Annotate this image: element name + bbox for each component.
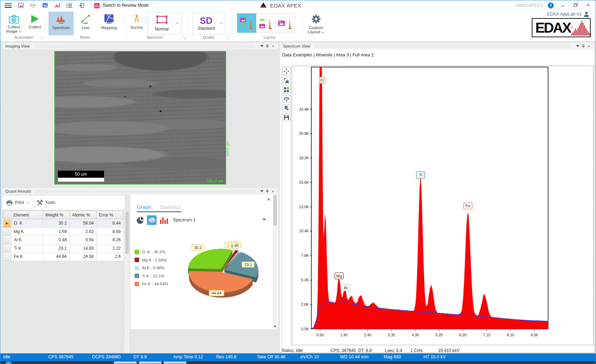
table-row[interactable]: ▶O K30.258.048.44 xyxy=(4,219,124,228)
pin-icon[interactable] xyxy=(264,44,270,49)
close-icon[interactable]: × xyxy=(267,196,270,202)
close-icon[interactable]: × xyxy=(270,44,276,49)
taskbar-button[interactable] xyxy=(164,362,186,364)
expand-arrows-icon xyxy=(284,68,289,74)
survey-button[interactable]: Survey xyxy=(128,12,145,34)
spectrum-status-item: DT: 8.9 xyxy=(358,348,372,353)
review-image-icon[interactable] xyxy=(42,2,48,9)
spectrum-dialog-launcher-icon[interactable] xyxy=(182,36,186,39)
tab-statistics[interactable]: Statistics xyxy=(160,204,181,210)
status-bar-item: Amp Time 0.12 xyxy=(173,354,203,359)
about-apex-link[interactable]: About APEX i xyxy=(516,2,543,8)
taskbar-button[interactable] xyxy=(139,362,162,364)
main-menu-icon[interactable] xyxy=(5,3,12,8)
imaging-view-header[interactable]: Imaging View × xyxy=(2,43,278,49)
table-row[interactable]: Fe K44.6424.582.6 xyxy=(4,253,124,261)
legend-label: Ti K - 23.1% xyxy=(142,274,164,278)
element-peak-label: Mg xyxy=(335,273,343,279)
exit-icon[interactable] xyxy=(78,2,84,9)
taskbar-button[interactable] xyxy=(114,362,137,364)
save-button[interactable] xyxy=(283,114,290,121)
graph-scrollbar[interactable] xyxy=(273,194,277,329)
bar-chart-icon-button[interactable] xyxy=(159,215,168,225)
quality-selector[interactable]: SD Standard xyxy=(192,12,225,34)
switch-to-review-mode-button[interactable]: Switch to Review Mode xyxy=(94,2,149,9)
pie-3d-icon xyxy=(148,216,156,225)
table-row[interactable]: Al K0.480.548.26 xyxy=(4,236,124,244)
spectrum-chart-container[interactable]: 0.0K2.6K5.2K7.8K10.4K13.0K15.6K18.2K20.8… xyxy=(292,66,594,345)
close-button[interactable]: × xyxy=(584,2,592,9)
spectrum-status-item: CPS: 367645 xyxy=(330,348,356,353)
panel-menu-icon[interactable] xyxy=(575,44,580,49)
layout-preset-2[interactable] xyxy=(256,13,275,33)
export-button[interactable] xyxy=(283,104,290,112)
custom-layout-button[interactable]: CustomLayout xyxy=(305,12,327,35)
minimize-button[interactable] xyxy=(559,3,567,8)
user-account[interactable]: EDAX AppLab #1 xyxy=(547,11,589,17)
apex-logo-icon xyxy=(259,2,267,9)
cell-weight: 23.1 xyxy=(43,244,70,253)
pin-icon[interactable] xyxy=(580,44,586,49)
table-scrollbar[interactable] xyxy=(125,211,129,358)
pie-3d-chart-icon-button[interactable] xyxy=(147,215,157,225)
close-icon[interactable]: × xyxy=(270,189,276,194)
collect-image-button[interactable]: CollectImage xyxy=(4,12,24,34)
titlebar: Switch to Review Mode EDAX APEX About AP… xyxy=(0,0,596,10)
column-header: Atomic % xyxy=(70,211,97,219)
tab-graph[interactable]: Graph xyxy=(137,204,152,210)
panel-menu-icon[interactable] xyxy=(259,189,264,194)
windows-taskbar[interactable] xyxy=(0,361,596,364)
group-label-spectrum: Spectrum xyxy=(136,35,173,39)
status-bar-item: eV/Ch 10 xyxy=(300,354,319,359)
y-axis-tick-label: 15.6K xyxy=(299,180,309,184)
maximize-button[interactable] xyxy=(572,3,579,8)
pie-legend: O K - 30.2%Mg K - 1.59%Al K - 0.48%Ti K … xyxy=(135,248,168,288)
layout-presets xyxy=(237,13,295,33)
table-row[interactable]: Ti K23.114.832.22 xyxy=(4,244,124,253)
image-tool-icon[interactable] xyxy=(18,2,24,9)
svg-text:Ti: Ti xyxy=(419,173,422,177)
panel-menu-icon[interactable] xyxy=(259,44,264,49)
list-view-icon[interactable] xyxy=(66,2,72,9)
selector-dropdown-icon[interactable] xyxy=(262,219,266,221)
pie-chart-icon-button[interactable] xyxy=(135,215,145,225)
pie-data-label: 23.1 xyxy=(242,262,254,268)
spectrum-selector[interactable]: Spectrum 1 xyxy=(173,217,196,222)
normal-selector[interactable]: Normal xyxy=(147,12,181,34)
cell-atomic: 24.58 xyxy=(70,253,97,261)
quant-button[interactable] xyxy=(283,95,290,103)
tools-button[interactable]: Tools xyxy=(33,196,59,210)
mapping-icon xyxy=(104,14,114,24)
peak-id-button[interactable] xyxy=(283,77,290,84)
cell-element: Mg K xyxy=(11,228,43,236)
layout-preset-3[interactable] xyxy=(275,13,295,33)
mode-spectrum-button[interactable]: Spectrum xyxy=(49,12,73,35)
grid-display-button[interactable] xyxy=(283,86,290,94)
help-button[interactable]: ? xyxy=(548,2,554,9)
status-bar-item: Mag 650 xyxy=(384,354,401,359)
group-label-layout: Layout xyxy=(255,35,284,39)
spectrum-status-item: 1 Cnts xyxy=(410,348,423,353)
collect-button[interactable]: Collect xyxy=(26,12,44,34)
spectrum-status-item: 19.410 keV xyxy=(438,348,460,353)
layout-preset-1[interactable] xyxy=(237,13,256,33)
pin-icon[interactable] xyxy=(264,189,270,194)
cell-element: Fe K xyxy=(11,253,43,261)
quality-dialog-launcher-icon[interactable] xyxy=(226,36,229,39)
gear-icon xyxy=(311,14,321,24)
start-orb-icon[interactable] xyxy=(5,361,12,364)
info-icon: i xyxy=(541,2,543,8)
spectrum-view-header[interactable]: Spectrum View × xyxy=(280,43,594,49)
group-label-quality: Quality xyxy=(190,35,227,39)
mode-mapping-button[interactable]: Mapping xyxy=(98,12,120,35)
fit-view-button[interactable] xyxy=(283,67,290,75)
quant-scales-icon[interactable] xyxy=(30,2,36,9)
close-icon[interactable]: × xyxy=(586,44,592,49)
spectrum-chart-icon[interactable] xyxy=(54,2,60,9)
table-row[interactable]: Mg K1.592.028.59 xyxy=(4,228,124,236)
mode-line-button[interactable]: Line xyxy=(76,12,95,35)
acquisition-dialog-launcher-icon[interactable] xyxy=(40,36,44,39)
sem-image[interactable]: 50 um 189.2 µm 153.8 µm xyxy=(54,51,226,184)
export-icon xyxy=(284,105,289,111)
print-button[interactable]: Print xyxy=(2,196,33,210)
